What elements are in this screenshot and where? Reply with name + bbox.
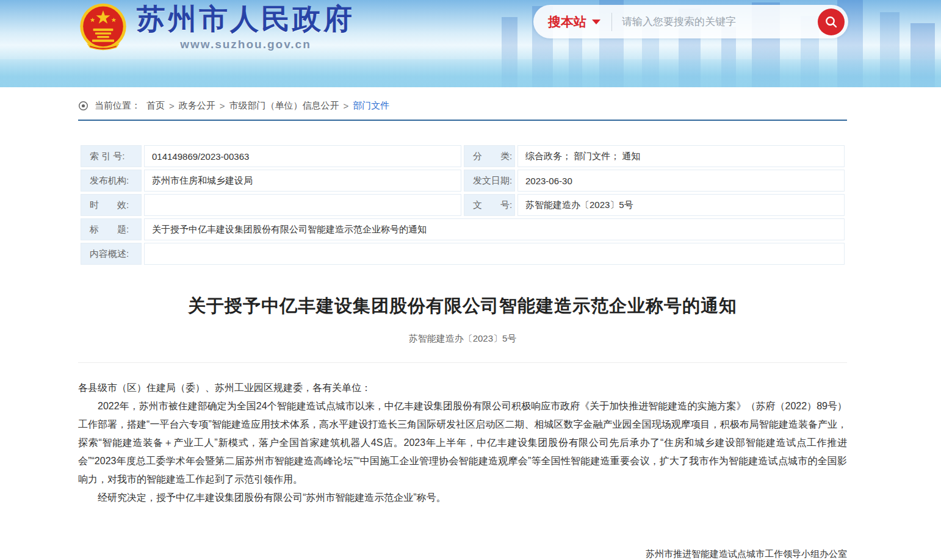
signature-block: 苏州市推进智能建造试点城市工作领导小组办公室 2023年6月29日 [646, 548, 847, 560]
search-button[interactable] [818, 9, 845, 35]
page-title: 关于授予中亿丰建设集团股份有限公司智能建造示范企业称号的通知 [78, 294, 847, 318]
document-article: 关于授予中亿丰建设集团股份有限公司智能建造示范企业称号的通知 苏智能建造办〔20… [78, 294, 847, 560]
site-search: 搜本站 [533, 5, 848, 38]
table-row: 时 效: 文 号: 苏智能建造办〔2023〕5号 [81, 194, 845, 216]
site-url: www.suzhou.gov.cn [180, 38, 311, 51]
table-row: 发布机构: 苏州市住房和城乡建设局 发文日期: 2023-06-30 [81, 170, 845, 192]
search-scope-dropdown[interactable]: 搜本站 [548, 13, 600, 31]
meta-agency-label: 发布机构: [81, 170, 142, 192]
search-input[interactable] [622, 16, 818, 28]
site-title: 苏州市人民政府 [137, 1, 355, 37]
document-number: 苏智能建造办〔2023〕5号 [78, 333, 847, 345]
site-brand: 苏州市人民政府 www.suzhou.gov.cn [78, 1, 355, 52]
meta-validity-label: 时 效: [81, 194, 142, 216]
meta-docnum-value: 苏智能建造办〔2023〕5号 [517, 194, 845, 216]
meta-index-value: 014149869/2023-00363 [144, 145, 461, 167]
body-paragraph: 经研究决定，授予中亿丰建设集团股份有限公司“苏州市智能建造示范企业”称号。 [78, 489, 847, 507]
meta-index-label: 索 引 号: [81, 145, 142, 167]
search-divider [611, 13, 612, 31]
meta-summary-value [144, 243, 845, 265]
breadcrumb-item-dept-files[interactable]: 部门文件 [353, 100, 389, 112]
breadcrumb-item-gov-affairs[interactable]: 政务公开 [179, 100, 215, 112]
meta-agency-value: 苏州市住房和城乡建设局 [144, 170, 461, 192]
meta-title-value: 关于授予中亿丰建设集团股份有限公司智能建造示范企业称号的通知 [144, 218, 845, 240]
meta-date-label: 发文日期: [464, 170, 515, 192]
table-row: 索 引 号: 014149869/2023-00363 分 类: 综合政务； 部… [81, 145, 845, 167]
salutation-paragraph: 各县级市（区）住建局（委）、苏州工业园区规建委，各有关单位： [78, 379, 847, 397]
breadcrumb-item-dept-info[interactable]: 市级部门（单位）信息公开 [229, 100, 339, 112]
meta-validity-value [144, 194, 461, 216]
title-divider [78, 362, 847, 363]
national-emblem-logo [78, 2, 128, 52]
chevron-down-icon [592, 20, 600, 24]
search-scope-label: 搜本站 [548, 13, 586, 31]
signature-organization: 苏州市推进智能建造试点城市工作领导小组办公室 [646, 548, 847, 560]
breadcrumb-item-home[interactable]: 首页 [146, 100, 165, 112]
meta-category-label: 分 类: [464, 145, 515, 167]
breadcrumb-separator: > [344, 101, 349, 111]
document-body: 各县级市（区）住建局（委）、苏州工业园区规建委，各有关单位： 2022年，苏州市… [78, 379, 847, 507]
table-row: 内容概述: [81, 243, 845, 265]
breadcrumb: 当前位置： 首页 > 政务公开 > 市级部门（单位）信息公开 > 部门文件 [78, 100, 847, 112]
search-icon [824, 15, 838, 29]
meta-category-value: 综合政务； 部门文件； 通知 [517, 145, 845, 167]
meta-docnum-label: 文 号: [464, 194, 515, 216]
meta-summary-label: 内容概述: [81, 243, 142, 265]
water-decoration [0, 59, 941, 87]
breadcrumb-label: 当前位置： [95, 100, 140, 112]
breadcrumb-underline [78, 120, 847, 121]
breadcrumb-separator: > [220, 101, 225, 111]
body-paragraph: 2022年，苏州市被住建部确定为全国24个智能建造试点城市以来，中亿丰建设集团股… [78, 397, 847, 489]
table-row: 标 题: 关于授予中亿丰建设集团股份有限公司智能建造示范企业称号的通知 [81, 218, 845, 240]
document-meta-table: 索 引 号: 014149869/2023-00363 分 类: 综合政务； 部… [78, 143, 847, 267]
breadcrumb-separator: > [169, 101, 175, 111]
meta-date-value: 2023-06-30 [517, 170, 845, 192]
location-pin-icon [78, 101, 88, 111]
site-header-banner: 苏州市人民政府 www.suzhou.gov.cn 搜本站 [0, 0, 941, 87]
meta-title-label: 标 题: [81, 218, 142, 240]
